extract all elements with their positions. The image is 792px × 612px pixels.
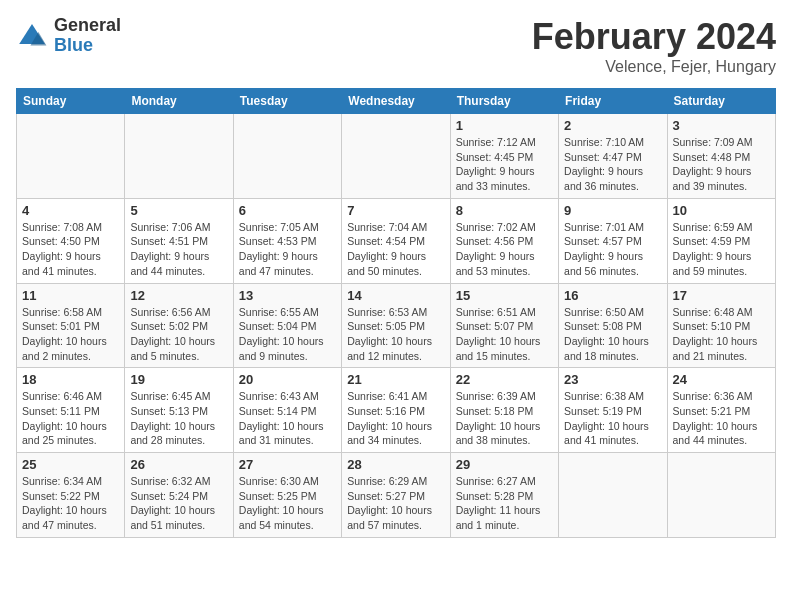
calendar-cell: 16Sunrise: 6:50 AMSunset: 5:08 PMDayligh…: [559, 283, 667, 368]
day-info: Sunrise: 7:02 AMSunset: 4:56 PMDaylight:…: [456, 220, 553, 279]
weekday-header-monday: Monday: [125, 89, 233, 114]
day-info: Sunrise: 6:51 AMSunset: 5:07 PMDaylight:…: [456, 305, 553, 364]
day-number: 29: [456, 457, 553, 472]
day-info: Sunrise: 6:30 AMSunset: 5:25 PMDaylight:…: [239, 474, 336, 533]
day-number: 22: [456, 372, 553, 387]
day-number: 2: [564, 118, 661, 133]
day-info: Sunrise: 6:58 AMSunset: 5:01 PMDaylight:…: [22, 305, 119, 364]
day-info: Sunrise: 6:39 AMSunset: 5:18 PMDaylight:…: [456, 389, 553, 448]
title-block: February 2024 Velence, Fejer, Hungary: [532, 16, 776, 76]
day-info: Sunrise: 6:56 AMSunset: 5:02 PMDaylight:…: [130, 305, 227, 364]
day-number: 6: [239, 203, 336, 218]
day-number: 12: [130, 288, 227, 303]
day-info: Sunrise: 7:09 AMSunset: 4:48 PMDaylight:…: [673, 135, 770, 194]
day-info: Sunrise: 7:06 AMSunset: 4:51 PMDaylight:…: [130, 220, 227, 279]
calendar-cell: 5Sunrise: 7:06 AMSunset: 4:51 PMDaylight…: [125, 198, 233, 283]
calendar-week-row: 11Sunrise: 6:58 AMSunset: 5:01 PMDayligh…: [17, 283, 776, 368]
day-info: Sunrise: 7:01 AMSunset: 4:57 PMDaylight:…: [564, 220, 661, 279]
calendar-cell: 1Sunrise: 7:12 AMSunset: 4:45 PMDaylight…: [450, 114, 558, 199]
day-number: 20: [239, 372, 336, 387]
calendar-cell: [342, 114, 450, 199]
calendar-cell: 23Sunrise: 6:38 AMSunset: 5:19 PMDayligh…: [559, 368, 667, 453]
day-number: 24: [673, 372, 770, 387]
logo: General Blue: [16, 16, 121, 56]
calendar-cell: 19Sunrise: 6:45 AMSunset: 5:13 PMDayligh…: [125, 368, 233, 453]
day-number: 9: [564, 203, 661, 218]
day-info: Sunrise: 7:10 AMSunset: 4:47 PMDaylight:…: [564, 135, 661, 194]
calendar-cell: 25Sunrise: 6:34 AMSunset: 5:22 PMDayligh…: [17, 453, 125, 538]
day-info: Sunrise: 6:41 AMSunset: 5:16 PMDaylight:…: [347, 389, 444, 448]
page-header: General Blue February 2024 Velence, Feje…: [16, 16, 776, 76]
day-info: Sunrise: 6:34 AMSunset: 5:22 PMDaylight:…: [22, 474, 119, 533]
calendar-cell: 29Sunrise: 6:27 AMSunset: 5:28 PMDayligh…: [450, 453, 558, 538]
calendar-cell: 2Sunrise: 7:10 AMSunset: 4:47 PMDaylight…: [559, 114, 667, 199]
calendar-cell: 17Sunrise: 6:48 AMSunset: 5:10 PMDayligh…: [667, 283, 775, 368]
calendar-week-row: 4Sunrise: 7:08 AMSunset: 4:50 PMDaylight…: [17, 198, 776, 283]
day-number: 21: [347, 372, 444, 387]
day-info: Sunrise: 6:43 AMSunset: 5:14 PMDaylight:…: [239, 389, 336, 448]
calendar-cell: 28Sunrise: 6:29 AMSunset: 5:27 PMDayligh…: [342, 453, 450, 538]
calendar-week-row: 1Sunrise: 7:12 AMSunset: 4:45 PMDaylight…: [17, 114, 776, 199]
weekday-header-friday: Friday: [559, 89, 667, 114]
calendar-cell: 11Sunrise: 6:58 AMSunset: 5:01 PMDayligh…: [17, 283, 125, 368]
weekday-header-wednesday: Wednesday: [342, 89, 450, 114]
day-number: 13: [239, 288, 336, 303]
day-info: Sunrise: 6:27 AMSunset: 5:28 PMDaylight:…: [456, 474, 553, 533]
calendar-cell: 12Sunrise: 6:56 AMSunset: 5:02 PMDayligh…: [125, 283, 233, 368]
calendar-cell: 26Sunrise: 6:32 AMSunset: 5:24 PMDayligh…: [125, 453, 233, 538]
day-info: Sunrise: 6:50 AMSunset: 5:08 PMDaylight:…: [564, 305, 661, 364]
day-info: Sunrise: 6:53 AMSunset: 5:05 PMDaylight:…: [347, 305, 444, 364]
day-info: Sunrise: 6:38 AMSunset: 5:19 PMDaylight:…: [564, 389, 661, 448]
day-info: Sunrise: 7:12 AMSunset: 4:45 PMDaylight:…: [456, 135, 553, 194]
logo-text: General Blue: [54, 16, 121, 56]
calendar-cell: 4Sunrise: 7:08 AMSunset: 4:50 PMDaylight…: [17, 198, 125, 283]
location-title: Velence, Fejer, Hungary: [532, 58, 776, 76]
calendar-cell: 6Sunrise: 7:05 AMSunset: 4:53 PMDaylight…: [233, 198, 341, 283]
day-info: Sunrise: 7:08 AMSunset: 4:50 PMDaylight:…: [22, 220, 119, 279]
calendar-week-row: 18Sunrise: 6:46 AMSunset: 5:11 PMDayligh…: [17, 368, 776, 453]
day-number: 16: [564, 288, 661, 303]
calendar-cell: [667, 453, 775, 538]
day-info: Sunrise: 7:04 AMSunset: 4:54 PMDaylight:…: [347, 220, 444, 279]
day-info: Sunrise: 6:48 AMSunset: 5:10 PMDaylight:…: [673, 305, 770, 364]
day-info: Sunrise: 6:29 AMSunset: 5:27 PMDaylight:…: [347, 474, 444, 533]
calendar-cell: [17, 114, 125, 199]
weekday-header-row: SundayMondayTuesdayWednesdayThursdayFrid…: [17, 89, 776, 114]
calendar-cell: 7Sunrise: 7:04 AMSunset: 4:54 PMDaylight…: [342, 198, 450, 283]
day-info: Sunrise: 7:05 AMSunset: 4:53 PMDaylight:…: [239, 220, 336, 279]
day-number: 17: [673, 288, 770, 303]
day-number: 28: [347, 457, 444, 472]
weekday-header-saturday: Saturday: [667, 89, 775, 114]
calendar-cell: 14Sunrise: 6:53 AMSunset: 5:05 PMDayligh…: [342, 283, 450, 368]
calendar-cell: 10Sunrise: 6:59 AMSunset: 4:59 PMDayligh…: [667, 198, 775, 283]
day-number: 26: [130, 457, 227, 472]
calendar-cell: [559, 453, 667, 538]
logo-icon: [16, 20, 48, 52]
day-number: 4: [22, 203, 119, 218]
day-number: 11: [22, 288, 119, 303]
calendar-cell: 22Sunrise: 6:39 AMSunset: 5:18 PMDayligh…: [450, 368, 558, 453]
day-number: 15: [456, 288, 553, 303]
logo-general: General: [54, 16, 121, 36]
day-number: 5: [130, 203, 227, 218]
calendar-week-row: 25Sunrise: 6:34 AMSunset: 5:22 PMDayligh…: [17, 453, 776, 538]
calendar-cell: 9Sunrise: 7:01 AMSunset: 4:57 PMDaylight…: [559, 198, 667, 283]
day-number: 1: [456, 118, 553, 133]
month-title: February 2024: [532, 16, 776, 58]
day-info: Sunrise: 6:32 AMSunset: 5:24 PMDaylight:…: [130, 474, 227, 533]
day-info: Sunrise: 6:46 AMSunset: 5:11 PMDaylight:…: [22, 389, 119, 448]
calendar-cell: 24Sunrise: 6:36 AMSunset: 5:21 PMDayligh…: [667, 368, 775, 453]
weekday-header-sunday: Sunday: [17, 89, 125, 114]
calendar-cell: 15Sunrise: 6:51 AMSunset: 5:07 PMDayligh…: [450, 283, 558, 368]
calendar-cell: 13Sunrise: 6:55 AMSunset: 5:04 PMDayligh…: [233, 283, 341, 368]
calendar-cell: 8Sunrise: 7:02 AMSunset: 4:56 PMDaylight…: [450, 198, 558, 283]
weekday-header-tuesday: Tuesday: [233, 89, 341, 114]
day-number: 7: [347, 203, 444, 218]
calendar-table: SundayMondayTuesdayWednesdayThursdayFrid…: [16, 88, 776, 538]
calendar-cell: 21Sunrise: 6:41 AMSunset: 5:16 PMDayligh…: [342, 368, 450, 453]
day-number: 8: [456, 203, 553, 218]
day-number: 25: [22, 457, 119, 472]
day-info: Sunrise: 6:45 AMSunset: 5:13 PMDaylight:…: [130, 389, 227, 448]
day-number: 14: [347, 288, 444, 303]
day-number: 3: [673, 118, 770, 133]
